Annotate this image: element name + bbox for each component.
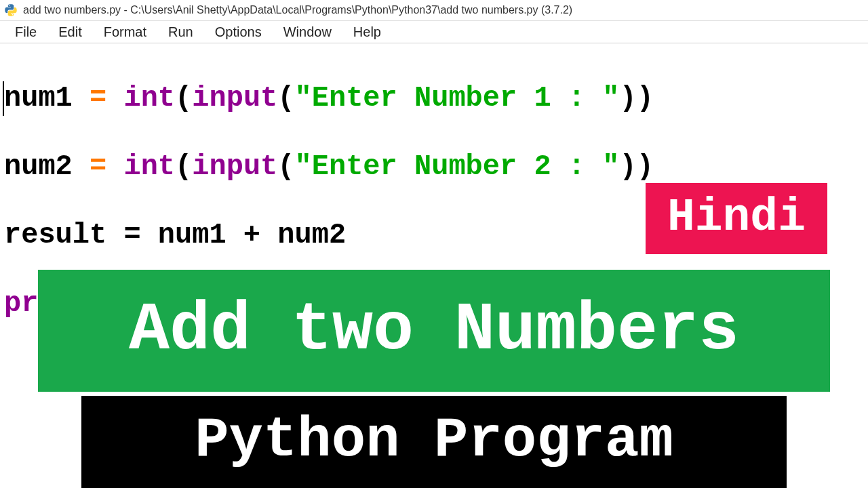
menu-run[interactable]: Run — [157, 22, 204, 43]
code-line-1: num1 = int(input("Enter Number 1 : ")) — [3, 81, 864, 115]
overlay-title-banner: Add two Numbers — [38, 270, 830, 392]
window-title: add two numbers.py - C:\Users\Anil Shett… — [23, 4, 572, 16]
menu-edit[interactable]: Edit — [47, 22, 92, 43]
menu-window[interactable]: Window — [273, 22, 342, 43]
code-line-2: num2 = int(input("Enter Number 2 : ")) — [4, 150, 864, 184]
menu-help[interactable]: Help — [342, 22, 392, 43]
window-title-bar: add two numbers.py - C:\Users\Anil Shett… — [0, 0, 868, 21]
python-icon — [4, 3, 18, 17]
menu-file[interactable]: File — [4, 22, 47, 43]
overlay-hindi-badge: Hindi — [646, 183, 827, 254]
menu-options[interactable]: Options — [204, 22, 273, 43]
overlay-subtitle-banner: Python Program — [81, 396, 787, 488]
menu-format[interactable]: Format — [93, 22, 157, 43]
menu-bar: File Edit Format Run Options Window Help — [0, 21, 868, 43]
